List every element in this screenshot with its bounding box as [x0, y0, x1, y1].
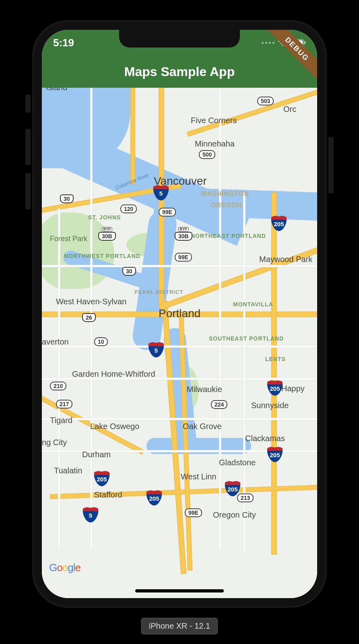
road [58, 208, 60, 551]
map-label-town: Five Corners [191, 116, 237, 125]
map-label-district: SOUTHEAST PORTLAND [209, 335, 284, 342]
map-label-town: Milwaukie [187, 385, 222, 394]
map-label-town: Clackamas [245, 434, 285, 443]
map-label-district: MONTAVILLA [233, 301, 273, 308]
home-indicator[interactable] [135, 589, 224, 592]
shield-number: 5 [153, 190, 169, 197]
map-label-town: Gladstone [219, 458, 256, 467]
us-shield: 30B [175, 232, 192, 241]
state-shield: 99E [159, 208, 176, 217]
map-label-district: ST. JOHNS [88, 214, 121, 221]
map-label-town: Tigard [50, 416, 72, 425]
interstate-shield: 205 [269, 215, 289, 231]
map-label-district: LENTS [265, 356, 286, 362]
interstate-shield: 205 [144, 489, 164, 506]
state-shield: 99E [175, 253, 192, 262]
state-shield: 210 [50, 382, 66, 390]
shield-number: 205 [144, 495, 164, 502]
mute-switch [25, 95, 31, 113]
notch [119, 30, 240, 47]
map-label-town: Orc [283, 105, 296, 114]
us-shield: 26 [82, 313, 96, 322]
state-shield: 217 [56, 400, 72, 409]
map-view[interactable]: Vancouver Portland WASHINGTON OREGON Col… [42, 88, 317, 598]
highway [130, 88, 135, 184]
status-time: 5:19 [53, 37, 74, 49]
interstate-shield: 205 [92, 470, 111, 486]
interstate-shield: 205 [265, 446, 285, 462]
state-shield: 10 [94, 337, 108, 346]
state-shield: 120 [120, 204, 137, 213]
map-label-town: Island [46, 88, 67, 92]
cellular-icon [262, 42, 274, 44]
map-label-town: Stafford [94, 490, 122, 500]
map-label-state: WASHINGTON [201, 190, 249, 198]
road [42, 418, 317, 420]
interstate-shield: 5 [153, 184, 169, 200]
highway [271, 192, 277, 555]
shield-number: 205 [265, 385, 285, 392]
state-shield: 224 [211, 400, 227, 409]
map-label-town: West Linn [181, 472, 217, 481]
shield-number: 5 [82, 512, 99, 519]
map-label-city: Portland [159, 307, 200, 320]
road [42, 345, 317, 348]
app-title: Maps Sample App [124, 64, 235, 79]
map-label-town: Oregon City [213, 510, 256, 520]
map-label-town: ng City [42, 438, 67, 447]
map-label-town: Sunnyside [251, 401, 289, 410]
simulator-device-label: iPhone XR - 12.1 [141, 618, 218, 634]
state-shield: 500 [199, 150, 215, 159]
us-shield: 30 [60, 194, 74, 203]
map-label-town: Durham [82, 450, 111, 459]
highway [187, 88, 317, 136]
us-shield: 30 [122, 267, 136, 276]
phone-frame: 5:19 DEBUG Maps Sample App [32, 20, 327, 608]
app-bar: Maps Sample App [42, 56, 317, 88]
map-label-district: NORTHWEST PORTLAND [64, 253, 140, 259]
map-label-town: Happy [281, 384, 305, 393]
map-label-state: OREGON [211, 202, 242, 209]
shield-number: 205 [269, 221, 289, 227]
map-label-town: Lake Oswego [90, 422, 139, 431]
shield-number: 5 [148, 347, 165, 354]
map-label-town: Oak Grove [183, 422, 222, 431]
state-shield: 213 [237, 493, 254, 502]
map-label-park: Forest Park [50, 235, 87, 243]
map-label-town: Garden Home-Whitford [72, 369, 155, 379]
shield-number: 205 [92, 476, 111, 483]
interstate-shield: 5 [82, 506, 99, 522]
road [219, 88, 221, 551]
svg-rect-2 [304, 41, 305, 44]
google-attribution: Google [49, 561, 80, 574]
interstate-shield: 5 [148, 341, 165, 357]
map-label-town: Minnehaha [195, 139, 235, 149]
state-shield: 503 [257, 97, 274, 105]
shield-number: 205 [265, 452, 285, 458]
interstate-shield: 205 [265, 380, 285, 396]
power-button [328, 137, 334, 193]
shield-number: 205 [223, 486, 242, 493]
phone-screen: 5:19 DEBUG Maps Sample App [42, 30, 317, 598]
map-label-town: West Haven-Sylvan [56, 297, 126, 306]
state-shield: 99E [185, 508, 202, 517]
map-label-town: Maywood Park [259, 255, 312, 264]
volume-up-button [25, 129, 31, 165]
map-label-district: NORTHEAST PORTLAND [191, 233, 266, 239]
volume-down-button [25, 173, 31, 209]
road [42, 265, 317, 267]
us-shield: 30B [98, 232, 116, 241]
map-label-town: averton [42, 337, 69, 347]
map-label-town: Tualatin [54, 466, 82, 475]
park-area [42, 213, 114, 289]
map-label-district: PEARL DISTRICT [134, 289, 183, 295]
